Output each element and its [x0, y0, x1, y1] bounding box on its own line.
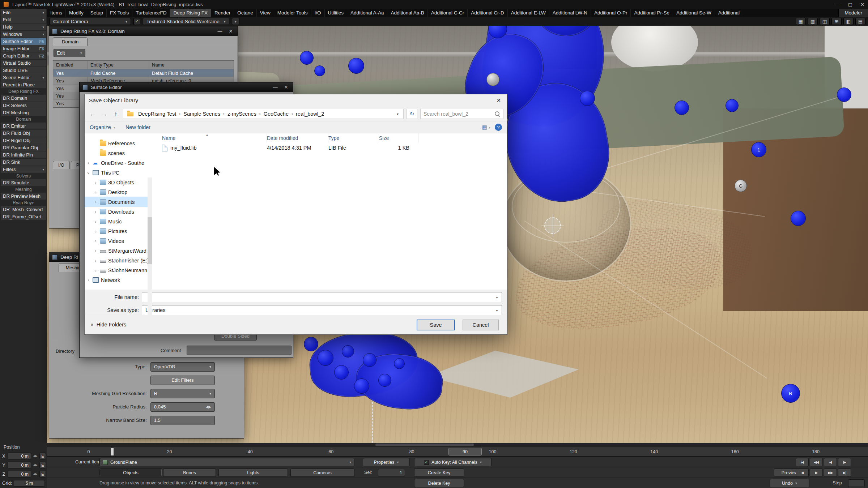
delete-key-button[interactable]: Delete Key [414, 479, 464, 487]
chevron-icon[interactable]: › [86, 278, 91, 283]
tree-scrollbar[interactable] [148, 177, 152, 329]
transport-button[interactable]: ◀ [824, 458, 837, 466]
minimize-button[interactable]: — [271, 85, 279, 90]
chevron-icon[interactable]: › [93, 239, 98, 244]
frame-ruler[interactable]: 90 020406080100120140160180 [47, 447, 868, 457]
menu-item-additional-aa-b[interactable]: Additional Aa-B [387, 9, 427, 17]
transport-button[interactable]: ◀ [796, 468, 809, 477]
tab-i-o[interactable]: I/O [53, 161, 70, 169]
menu-item-items[interactable]: Items [47, 9, 66, 17]
chevron-icon[interactable]: › [93, 219, 98, 224]
change-view-button[interactable]: ▦ ▾ [482, 124, 490, 130]
grid-icon[interactable]: ⊞ [831, 18, 842, 25]
tree-item-onedrive-southe[interactable]: ›☁OneDrive - Southe [85, 158, 152, 168]
directory-label[interactable]: Directory [56, 348, 75, 354]
menu-item-view[interactable]: View [257, 9, 274, 17]
chevron-icon[interactable]: › [93, 248, 98, 253]
new-folder-button[interactable]: New folder [125, 124, 150, 130]
menu-item-additional-cr-d[interactable]: Additional Cr-D [468, 9, 508, 17]
particle-null[interactable] [726, 99, 739, 112]
menu-item-additional-a-aa[interactable]: Additional A-Aa [347, 9, 387, 17]
chevron-icon[interactable]: › [93, 258, 98, 263]
checkbox-icon[interactable]: ✓ [424, 460, 429, 465]
column-header-type[interactable]: Type [328, 133, 379, 143]
save-as-type-combo[interactable]: Libraries ▾ [142, 305, 502, 315]
sidebar-item-dr-mesh-convert[interactable]: DR_Mesh_Convert [1, 206, 46, 213]
breadcrumb-z-myscenes[interactable]: z-myScenes [225, 111, 259, 117]
stepper-icon[interactable]: ◀▶ [32, 463, 38, 467]
envelope-button[interactable]: E [39, 453, 46, 459]
window-titlebar[interactable]: Deep Rising FX v2.0: Domain — ✕ [49, 26, 238, 36]
hide-folders-button[interactable]: ∧ Hide Folders [90, 322, 126, 328]
particle-null[interactable] [304, 337, 318, 351]
tree-item-stjohnfisher-e[interactable]: ›StJohnFisher (E:) [85, 256, 152, 265]
item-type-objects[interactable]: Objects [99, 468, 162, 477]
axis-value-field[interactable]: 0 m [8, 471, 31, 478]
menu-item-turbulencefd[interactable]: TurbulenceFD [132, 9, 170, 17]
edit-filters-control[interactable]: Edit Filters [150, 376, 215, 385]
sidebar-item-scene-editor[interactable]: Scene Editor▾ [1, 74, 46, 81]
quad-view-icon[interactable]: ▦ [796, 18, 806, 25]
table-row[interactable]: YesFluid CacheDefault Fluid Cache [53, 69, 234, 77]
organize-button[interactable]: Organize ▾ [90, 124, 115, 130]
sidebar-item-dr-frame-offset[interactable]: DR_Frame_Offset [1, 213, 46, 220]
particle-null[interactable] [300, 51, 314, 65]
chevron-icon[interactable]: › [86, 160, 91, 166]
tree-item-references[interactable]: References [85, 138, 152, 148]
tree-item-downloads[interactable]: ›Downloads [85, 207, 152, 217]
chevron-icon[interactable]: › [93, 268, 98, 273]
viewport-options-select[interactable]: ▾ [232, 18, 239, 25]
create-key-button[interactable]: Create Key [414, 468, 464, 477]
chevron-down-icon[interactable]: ▾ [492, 292, 502, 302]
tree-item-videos[interactable]: ›Videos [85, 236, 152, 246]
particle-null[interactable] [354, 378, 369, 394]
properties-button[interactable]: Properties ▾ [363, 458, 410, 466]
chevron-icon[interactable]: › [93, 229, 98, 234]
breadcrumb-geocache[interactable]: GeoCache [261, 111, 291, 117]
stepper-icon[interactable]: ◀▶ [32, 454, 38, 458]
sidebar-item-studio-live[interactable]: Studio LIVE [1, 67, 46, 74]
menu-item-utilities[interactable]: Utilities [325, 9, 348, 17]
breadcrumb-real-bowl-2[interactable]: real_bowl_2 [293, 111, 327, 117]
openvdb-control[interactable]: OpenVDB▾ [150, 362, 215, 372]
sidebar-item-dr-rigid-obj[interactable]: DR Rigid Obj [1, 137, 46, 144]
sidebar-item-surface-editor[interactable]: Surface EditorF5 [1, 38, 46, 45]
r-control[interactable]: R▾ [150, 389, 215, 398]
sidebar-menu-help[interactable]: Help▾ [1, 23, 46, 30]
menu-item-modeler-tools[interactable]: Modeler Tools [274, 9, 311, 17]
chevron-icon[interactable]: ∨ [86, 170, 91, 175]
item-type-bones[interactable]: Bones [163, 468, 216, 477]
particle-null[interactable] [318, 350, 333, 366]
tree-item-desktop[interactable]: ›Desktop [85, 187, 152, 197]
transport-button[interactable]: |◀ [796, 458, 809, 466]
sidebar-item-dr-emitter[interactable]: DR Emitter [1, 123, 46, 129]
sidebar-item-image-editor[interactable]: Image EditorF6 [1, 45, 46, 52]
sidebar-menu-edit[interactable]: Edit▾ [1, 16, 46, 23]
particle-null[interactable] [378, 374, 391, 387]
menu-item-additional-pr-se[interactable]: Additional Pr-Se [631, 9, 673, 17]
file-name-combo[interactable]: ▾ [142, 292, 502, 302]
column-header-date-modified[interactable]: Date modified [267, 133, 328, 143]
menu-item-additional-se-w[interactable]: Additional Se-W [673, 9, 715, 17]
sidebar-menu-file[interactable]: File▾ [1, 9, 46, 16]
particle-null[interactable] [314, 65, 325, 76]
camera-select[interactable]: Current Camera ▾ [50, 18, 131, 25]
column-entity-type[interactable]: Entity Type [88, 61, 149, 69]
particle-null[interactable]: 1 [751, 142, 766, 157]
timeline-scrollbar[interactable] [47, 443, 868, 447]
tree-item-music[interactable]: ›Music [85, 217, 152, 226]
breadcrumb-dropdown-icon[interactable]: ▾ [393, 112, 402, 116]
grid-size-value[interactable]: 5 m [14, 480, 45, 487]
sidebar-item-dr-solvers[interactable]: DR Solvers [1, 102, 46, 109]
up-button[interactable]: ↑ [111, 110, 120, 118]
particle-null[interactable] [837, 87, 851, 102]
menu-item-setup[interactable]: Setup [87, 9, 107, 17]
particle-null[interactable] [580, 91, 595, 106]
transport-button[interactable]: ▶▶ [824, 468, 837, 477]
0-045-control[interactable]: 0.045◀▶ [150, 402, 215, 412]
breadcrumb-sample-scenes[interactable]: Sample Scenes [181, 111, 223, 117]
split-view-icon[interactable]: ◫ [820, 18, 830, 25]
transport-button[interactable]: ◀◀ [810, 458, 823, 466]
cancel-button[interactable]: Cancel [463, 320, 499, 330]
menu-item-octane[interactable]: Octane [234, 9, 257, 17]
